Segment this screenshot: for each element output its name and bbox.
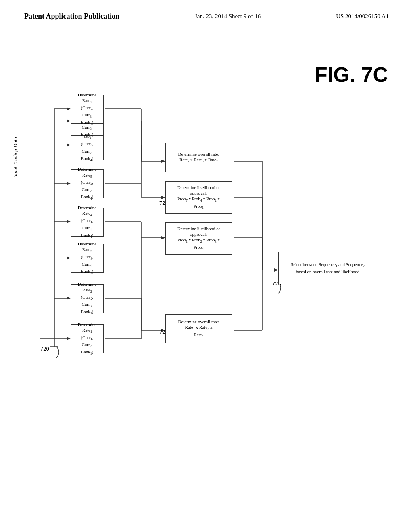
svg-marker-17 [67,107,71,110]
svg-marker-11 [67,182,71,185]
publication-date-sheet: Jan. 23, 2014 Sheet 9 of 16 [195,11,261,20]
svg-marker-15 [67,119,71,123]
svg-marker-47 [274,268,278,272]
page-header: Patent Application Publication Jan. 23, … [0,0,413,21]
svg-text:720: 720 [40,346,49,352]
svg-marker-9 [67,220,71,223]
box-rate5: DetermineRate5(Curr4,Curr2,Bank4) [71,169,104,198]
svg-marker-13 [67,143,71,147]
publication-title: Patent Application Publication [24,11,119,21]
box-likelihood-1: Determine likelihood ofapproval:Prob1 x … [165,222,232,255]
box-rate3: DetermineRate3(Curr3,Curr4,Bank3) [71,244,104,273]
box-rate2: DetermineRate2(Curr2,Curr3,Bank2) [71,284,104,313]
box-rate7b: DetermineRate7(Curr3,Curr3,Bank1) [71,95,104,124]
svg-marker-43 [161,196,165,199]
svg-marker-29 [161,236,165,239]
box-likelihood-2: Determine likelihood ofapproval:Prob7 x … [165,181,232,214]
publication-number: US 2014/0026150 A1 [336,11,389,20]
svg-marker-5 [67,297,71,300]
box-select: Select between Sequence1 and Sequence2ba… [278,252,377,284]
svg-marker-3 [67,337,71,340]
svg-marker-7 [67,256,71,260]
box-overall-rate-1: Determine overall rate:Rate1 x Rate3 xRa… [165,314,232,343]
box-overall-rate-2: Determine overall rate:Rate7 x Rate6 x R… [165,143,232,172]
svg-marker-34 [161,160,165,163]
diagram-area: 720 722 724 726 DetermineRate1(Curr1,Cur… [16,64,397,516]
box-rate4: DetermineRate4(Curr1,Curr4,Bank4) [71,208,104,237]
box-rate1: DetermineRate1(Curr1,Curr2,Bank1) [71,324,104,353]
